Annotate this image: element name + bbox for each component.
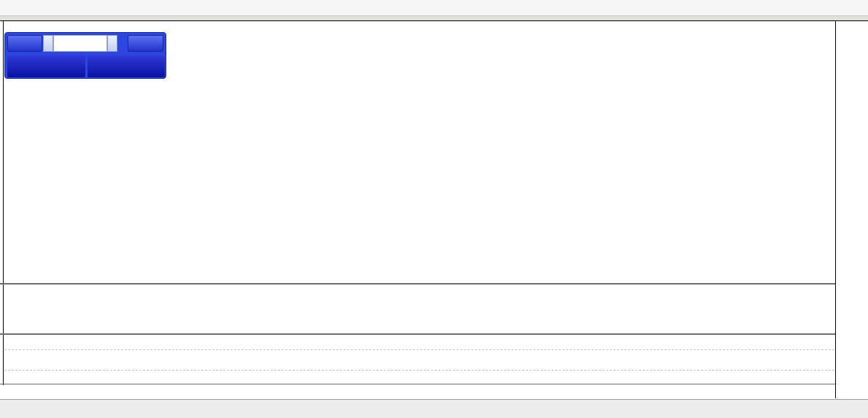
date-axis[interactable] xyxy=(0,385,835,398)
volume-increase-button[interactable] xyxy=(107,35,117,52)
rsi-panel-separator[interactable] xyxy=(0,333,868,335)
rsi-label xyxy=(7,337,9,346)
sell-button[interactable] xyxy=(7,35,42,52)
rsi-level-70 xyxy=(4,349,834,350)
volume-input[interactable] xyxy=(53,35,107,52)
chart-left-border xyxy=(3,20,4,398)
rsi-level-30 xyxy=(4,370,834,371)
macd-label xyxy=(7,287,11,295)
price-axis[interactable] xyxy=(835,21,868,398)
one-click-trading-panel xyxy=(4,32,166,79)
chart-tab-bar xyxy=(0,399,868,418)
macd-panel-separator[interactable] xyxy=(0,283,868,285)
volume-decrease-button[interactable] xyxy=(43,35,53,52)
mt4-window xyxy=(0,0,868,418)
buy-button[interactable] xyxy=(128,35,163,52)
date-axis-separator xyxy=(0,384,868,384)
ask-price-display[interactable] xyxy=(88,55,165,77)
bid-price-display[interactable] xyxy=(7,55,85,77)
